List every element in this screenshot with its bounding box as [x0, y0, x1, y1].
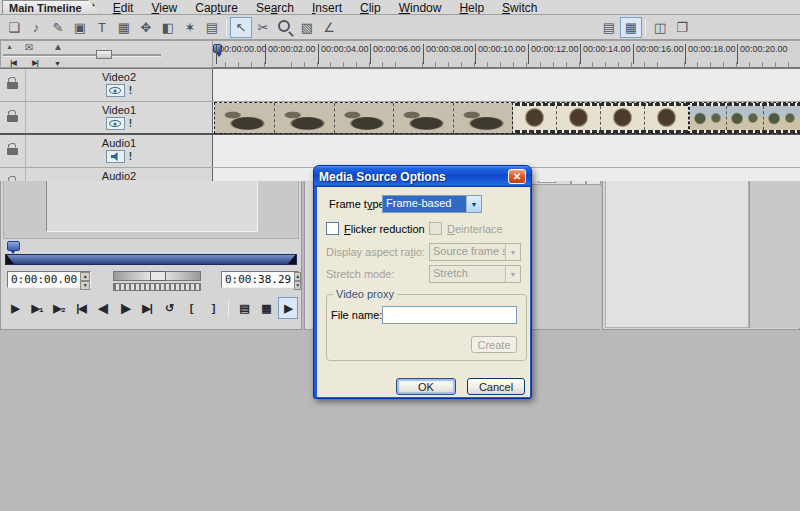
- next-clip-button[interactable]: ▶|: [25, 58, 45, 68]
- next-frame-button[interactable]: |▶: [115, 297, 135, 319]
- ok-button[interactable]: OK: [396, 378, 456, 395]
- track-zoom-slider[interactable]: [3, 54, 161, 57]
- marquee-select-tool[interactable]: ▧: [296, 17, 318, 38]
- current-time-spinner[interactable]: ▲▼: [80, 272, 90, 287]
- clip-1[interactable]: [215, 103, 513, 133]
- record-voice-icon[interactable]: ✎: [47, 17, 69, 38]
- scrub-handle[interactable]: [7, 241, 20, 251]
- go-end-button[interactable]: ▶|: [137, 297, 157, 319]
- prev-clip-button[interactable]: |◀: [3, 58, 23, 68]
- display-options-button[interactable]: ▦: [256, 297, 276, 319]
- instant-play-button[interactable]: ▶: [278, 297, 298, 319]
- track-visible-button[interactable]: [106, 84, 125, 97]
- shuttle-thumb[interactable]: [150, 271, 166, 281]
- timeline-zoom-controls: ▲ ✉ ▲ |◀ ▶| ▼: [0, 40, 213, 68]
- duration-spinner[interactable]: ▲▼: [294, 272, 301, 287]
- track-header: Audio2!: [0, 168, 213, 181]
- track-lane-video2[interactable]: [213, 69, 800, 101]
- mark-out-button[interactable]: ]: [203, 297, 223, 319]
- select-tool[interactable]: ↖: [230, 17, 252, 38]
- split-scissors-tool[interactable]: ✂: [252, 17, 274, 38]
- insert-effect-icon[interactable]: ✶: [179, 17, 201, 38]
- timeline-view-icon[interactable]: ▦: [620, 17, 642, 38]
- insert-video-icon[interactable]: ❏: [3, 17, 25, 38]
- play-button[interactable]: ▶: [5, 297, 25, 319]
- clip-frame: [275, 103, 335, 133]
- timeline-ruler[interactable]: 00:00:00.0000:00:02.0000:00:04.0000:00:0…: [213, 40, 800, 68]
- track-options-dropdown[interactable]: ▼: [47, 58, 67, 68]
- play-in-out-button[interactable]: ▶₁: [27, 297, 47, 319]
- spin-up-icon[interactable]: ▲: [294, 272, 301, 281]
- ruler-label: 00:00:10.00: [475, 44, 526, 64]
- clip-frame: [645, 106, 688, 130]
- prev-frame-button[interactable]: ◀|: [93, 297, 113, 319]
- spin-down-icon[interactable]: ▼: [294, 281, 301, 290]
- envelope-icon[interactable]: ✉: [25, 42, 33, 53]
- dialog-titlebar[interactable]: Media Source Options ✕: [314, 166, 531, 187]
- clip-frame: [394, 103, 454, 133]
- spin-up-icon[interactable]: ▲: [80, 272, 90, 281]
- track-mute-button[interactable]: [106, 150, 125, 163]
- clip-2[interactable]: [513, 103, 688, 133]
- clip-frame: [764, 106, 800, 130]
- clip-frame: [557, 106, 601, 130]
- track-lane-video1[interactable]: [213, 102, 800, 133]
- clip-frame: [335, 103, 395, 133]
- chevron-down-icon[interactable]: ▼: [466, 196, 481, 212]
- trim-bar[interactable]: [5, 254, 297, 265]
- shuttle-slider[interactable]: [113, 271, 201, 281]
- export-clip-icon[interactable]: ▤: [201, 17, 223, 38]
- loop-playback-button[interactable]: ↺: [159, 297, 179, 319]
- insert-image-icon[interactable]: ▣: [69, 17, 91, 38]
- track-row-video2: Video2!: [0, 69, 800, 102]
- open-file-button[interactable]: ▤: [234, 297, 254, 319]
- track-visible-button[interactable]: [106, 117, 125, 130]
- tab-main-timeline[interactable]: Main Timeline: [2, 0, 100, 14]
- storyboard-view-icon[interactable]: ◫: [649, 17, 671, 38]
- audio-view-icon[interactable]: ❐: [671, 17, 693, 38]
- move-clip-icon[interactable]: ✥: [135, 17, 157, 38]
- aspect-ratio-label: Display aspect ratio:: [326, 246, 425, 258]
- spin-down-icon[interactable]: ▼: [80, 281, 90, 290]
- track-lock-button[interactable]: [0, 168, 26, 181]
- zoom-in-icon[interactable]: ▲: [53, 41, 63, 52]
- track-lock-button[interactable]: [0, 135, 26, 167]
- ruler-label: 00:00:18.00: [685, 44, 736, 64]
- file-name-input[interactable]: [382, 306, 517, 324]
- flicker-reduction-checkbox[interactable]: [326, 222, 339, 235]
- lock-icon: [7, 148, 18, 155]
- track-header: Audio1!: [0, 135, 213, 167]
- frame-type-value: Frame-based: [383, 196, 466, 212]
- ruler-label: 00:00:20.00: [737, 44, 788, 64]
- track-zoom-thumb[interactable]: [96, 50, 112, 59]
- stretch-mode-label: Stretch mode:: [326, 268, 394, 280]
- track-name: Audio2: [102, 170, 136, 181]
- close-icon[interactable]: ✕: [508, 169, 526, 184]
- duration-display: 0:00:38.29: [222, 273, 294, 286]
- ruler-tool[interactable]: ∠: [318, 17, 340, 38]
- cancel-button[interactable]: Cancel: [467, 378, 525, 395]
- insert-title-icon[interactable]: T: [91, 17, 113, 38]
- mark-in-button[interactable]: [: [181, 297, 201, 319]
- main-timeline-panel: Main Timeline ❏♪✎▣T▦✥◧✶▤↖✂▧∠ ▤▦◫❐ ▲ ✉ ▲ …: [0, 0, 800, 181]
- create-button: Create: [471, 336, 517, 353]
- go-start-button[interactable]: |◀: [71, 297, 91, 319]
- zoom-out-icon[interactable]: ▲: [6, 43, 13, 50]
- track-lock-button[interactable]: [0, 102, 26, 133]
- insert-transition-icon[interactable]: ◧: [157, 17, 179, 38]
- insert-audio-icon[interactable]: ♪: [25, 17, 47, 38]
- frame-type-select[interactable]: Frame-based ▼: [382, 195, 482, 213]
- clip-3[interactable]: [690, 103, 800, 133]
- ruler-label: 00:00:16.00: [633, 44, 684, 64]
- zoom-tool[interactable]: [274, 17, 296, 38]
- track-name: Video1: [102, 104, 136, 116]
- track-manager-icon[interactable]: ▤: [598, 17, 620, 38]
- track-lane-audio1[interactable]: [213, 135, 800, 167]
- jog-strip[interactable]: [113, 283, 201, 291]
- insert-color-icon[interactable]: ▦: [113, 17, 135, 38]
- clip-frame: [454, 103, 513, 133]
- play-selected-button[interactable]: ▶₂: [49, 297, 69, 319]
- track-lock-button[interactable]: [0, 69, 26, 101]
- toolbar-separator: [645, 19, 646, 36]
- clip-frame: [215, 103, 275, 133]
